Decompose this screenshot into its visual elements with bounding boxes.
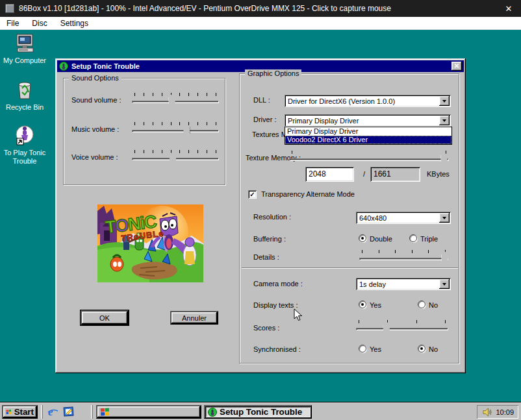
slider-ticks xyxy=(134,150,216,153)
ok-button[interactable]: OK xyxy=(81,310,129,325)
textures-label: Textures M xyxy=(252,130,287,138)
resolution-value: 640x480 xyxy=(356,214,439,222)
window-titlebar: 86Box v1.10 [1d281ab] - 100% - Intel Adv… xyxy=(0,0,521,17)
window-title: 86Box v1.10 [1d281ab] - 100% - Intel Adv… xyxy=(19,4,391,13)
display-texts-no-radio[interactable] xyxy=(418,301,426,308)
taskbar-item-86box[interactable] xyxy=(96,405,201,419)
scores-slider[interactable] xyxy=(356,320,448,333)
voice-volume-label: Voice volume : xyxy=(71,153,118,161)
buffering-double-label: Double xyxy=(370,235,392,243)
driver-combobox[interactable]: Primary Display Driver xyxy=(285,114,451,127)
resolution-combobox[interactable]: 640x480 xyxy=(356,212,451,224)
desktop-icon-label: To Play Tonic Trouble xyxy=(1,149,48,166)
dll-combobox[interactable]: Driver for DirectX6 (Version 1.0.0) xyxy=(285,95,451,107)
scores-label: Scores : xyxy=(253,324,279,332)
chevron-down-icon[interactable] xyxy=(439,279,450,289)
dll-label: DLL : xyxy=(253,96,270,104)
chevron-down-icon[interactable] xyxy=(439,116,450,125)
texture-memory-total: 1661 xyxy=(370,167,420,182)
texture-memory-slider[interactable] xyxy=(289,151,449,164)
emulator-screen: 86Box v1.10 [1d281ab] - 100% - Intel Adv… xyxy=(0,0,521,420)
transparency-checkbox[interactable]: ✓ xyxy=(248,190,257,199)
windows-logo-icon xyxy=(100,408,110,416)
display-texts-label: Display texts : xyxy=(253,301,298,309)
kbytes-label: KBytes xyxy=(427,170,450,178)
desktop-icon-recycle-bin[interactable]: Recycle Bin xyxy=(1,79,48,112)
start-button[interactable]: Start xyxy=(2,405,38,419)
music-volume-label: Music volume : xyxy=(71,125,119,133)
app-icon xyxy=(5,4,14,13)
buffering-triple-label: Triple xyxy=(420,235,438,243)
cancel-button[interactable]: Annuler xyxy=(170,311,218,325)
desktop-icon-tonic[interactable]: To Play Tonic Trouble xyxy=(1,125,48,166)
slider-ticks xyxy=(292,151,446,154)
slider-ticks xyxy=(362,250,446,253)
quick-launch-ie-icon[interactable]: e xyxy=(47,406,58,419)
buffering-triple-radio[interactable] xyxy=(409,234,417,242)
details-label: Details : xyxy=(253,253,279,261)
desktop-icon-my-computer[interactable]: My Computer xyxy=(1,32,48,65)
tray-clock: 10:09 xyxy=(496,408,514,416)
buffering-double-radio[interactable] xyxy=(359,234,366,242)
display-texts-yes-label: Yes xyxy=(370,301,381,309)
my-computer-icon xyxy=(14,32,36,55)
sound-volume-slider[interactable] xyxy=(132,93,219,106)
camera-mode-value: 1s delay xyxy=(356,280,439,288)
window-close-icon[interactable]: ✕ xyxy=(502,4,516,14)
driver-label: Driver : xyxy=(253,116,276,123)
tonic-dialog-icon xyxy=(59,62,68,71)
music-volume-slider[interactable] xyxy=(132,122,219,135)
texture-memory-separator: / xyxy=(363,170,365,178)
setup-dialog: Setup Tonic Trouble ✕ Sound Options Soun… xyxy=(55,58,466,373)
driver-value: Primary Display Driver xyxy=(285,117,439,125)
graphic-options-legend: Graphic Options xyxy=(245,69,301,77)
quick-launch-desktop-icon[interactable] xyxy=(63,406,75,419)
voice-volume-slider[interactable] xyxy=(132,150,219,163)
synchronised-yes-radio[interactable] xyxy=(359,345,366,352)
chevron-down-icon[interactable] xyxy=(439,213,450,223)
display-texts-yes-radio[interactable] xyxy=(359,301,366,308)
taskbar-separator[interactable] xyxy=(91,405,93,419)
resolution-label: Resolution : xyxy=(253,213,291,221)
slider-track xyxy=(356,328,448,330)
camera-mode-label: Camera mode : xyxy=(253,280,303,288)
slider-ticks xyxy=(134,122,216,125)
driver-dropdown-list: Primary Display Driver Voodoo2 DirectX 6… xyxy=(285,127,452,145)
menu-settings[interactable]: Settings xyxy=(54,19,95,28)
menubar: File Disc Settings xyxy=(0,17,521,30)
dll-value: Driver for DirectX6 (Version 1.0.0) xyxy=(285,97,439,105)
buffering-label: Buffering : xyxy=(253,235,286,243)
details-slider[interactable] xyxy=(359,250,448,263)
menu-file[interactable]: File xyxy=(0,19,25,28)
sound-volume-label: Sound volume : xyxy=(71,96,121,104)
chevron-down-icon[interactable] xyxy=(439,96,450,106)
synchronised-no-radio[interactable] xyxy=(418,345,426,352)
taskbar-separator[interactable] xyxy=(41,405,43,419)
start-label: Start xyxy=(14,407,34,417)
camera-mode-combobox[interactable]: 1s delay xyxy=(356,278,451,290)
synchronised-label: Synchronised : xyxy=(253,345,301,353)
slider-track xyxy=(289,158,449,161)
transparency-label: Transparency Alternate Mode xyxy=(261,190,355,198)
desktop-icon-label: My Computer xyxy=(1,56,48,65)
taskbar-item-setup-tonic-trouble[interactable]: Setup Tonic Trouble xyxy=(204,405,312,419)
system-tray: 10:09 xyxy=(477,405,518,419)
menu-disc[interactable]: Disc xyxy=(25,19,53,28)
texture-memory-input[interactable]: 2048 xyxy=(305,167,354,182)
synchronised-no-label: No xyxy=(429,345,438,353)
slider-ticks xyxy=(359,320,446,323)
dialog-title: Setup Tonic Trouble xyxy=(71,62,140,70)
tonic-trouble-artwork: TONiC TRoUBLe xyxy=(97,204,203,282)
slider-ticks xyxy=(134,93,216,96)
driver-option-selected[interactable]: Voodoo2 DirectX 6 Driver xyxy=(285,136,451,144)
section-divider xyxy=(242,267,458,269)
dialog-close-icon[interactable]: ✕ xyxy=(451,62,462,71)
tonic-shortcut-icon xyxy=(14,125,36,147)
sound-options-legend: Sound Options xyxy=(69,74,121,82)
slider-track xyxy=(132,130,219,132)
slider-track xyxy=(359,258,448,260)
driver-option[interactable]: Primary Display Driver xyxy=(285,127,451,136)
volume-icon[interactable] xyxy=(483,408,492,417)
slider-track xyxy=(132,101,219,103)
task-label: Setup Tonic Trouble xyxy=(220,407,302,417)
